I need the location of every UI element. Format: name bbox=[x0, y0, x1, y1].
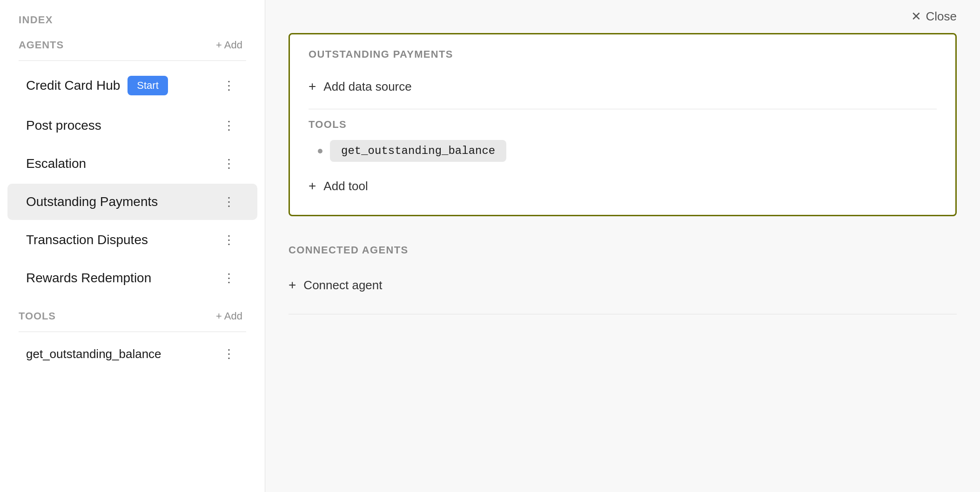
agent-name-transaction-disputes: Transaction Disputes bbox=[26, 233, 148, 247]
add-tool-label: Add tool bbox=[323, 179, 368, 193]
main-panel: ✕ Close OUTSTANDING PAYMENTS + Add data … bbox=[265, 0, 980, 492]
more-menu-outstanding-payments[interactable]: ⋮ bbox=[219, 194, 239, 210]
card-divider bbox=[309, 109, 937, 109]
connected-agents-title: CONNECTED AGENTS bbox=[289, 244, 957, 256]
more-menu-tool[interactable]: ⋮ bbox=[219, 346, 239, 362]
outstanding-payments-card: OUTSTANDING PAYMENTS + Add data source T… bbox=[289, 33, 957, 216]
tools-divider bbox=[19, 332, 246, 332]
panel-content: OUTSTANDING PAYMENTS + Add data source T… bbox=[265, 33, 980, 492]
panel-top-bar: ✕ Close bbox=[265, 0, 980, 33]
close-label: Close bbox=[926, 9, 957, 24]
add-data-source-label: Add data source bbox=[323, 80, 411, 94]
more-menu-escalation[interactable]: ⋮ bbox=[219, 156, 239, 172]
tool-badge: get_outstanding_balance bbox=[330, 140, 506, 162]
agent-list: Credit Card Hub Start ⋮ Post process ⋮ E… bbox=[0, 65, 265, 297]
add-tool-btn[interactable]: + Add tool bbox=[309, 171, 368, 201]
agent-name-credit-card-hub: Credit Card Hub bbox=[26, 78, 120, 93]
agents-section-header: AGENTS + Add bbox=[0, 37, 265, 60]
tools-label: TOOLS bbox=[19, 310, 56, 322]
agents-label: AGENTS bbox=[19, 39, 64, 51]
agent-name-outstanding-payments: Outstanding Payments bbox=[26, 194, 158, 209]
add-agent-button[interactable]: + Add bbox=[212, 37, 246, 53]
index-label: INDEX bbox=[0, 14, 265, 37]
add-tool-plus-icon: + bbox=[309, 179, 316, 193]
add-tool-button[interactable]: + Add bbox=[212, 308, 246, 324]
connect-agent-button[interactable]: + Connect agent bbox=[289, 270, 383, 300]
close-button[interactable]: ✕ Close bbox=[911, 9, 957, 24]
tools-section: TOOLS + Add get_outstanding_balance ⋮ bbox=[0, 308, 265, 372]
agent-item-rewards-redemption[interactable]: Rewards Redemption ⋮ bbox=[7, 260, 257, 296]
tool-item-get-outstanding-balance[interactable]: get_outstanding_balance ⋮ bbox=[7, 337, 257, 371]
agents-divider bbox=[19, 60, 246, 61]
more-menu-rewards-redemption[interactable]: ⋮ bbox=[219, 270, 239, 286]
sidebar: INDEX AGENTS + Add Credit Card Hub Start… bbox=[0, 0, 265, 492]
card-tools-label: TOOLS bbox=[309, 119, 937, 131]
more-menu-post-process[interactable]: ⋮ bbox=[219, 118, 239, 133]
agent-name-post-process: Post process bbox=[26, 118, 101, 133]
agent-item-escalation[interactable]: Escalation ⋮ bbox=[7, 146, 257, 182]
more-menu-credit-card-hub[interactable]: ⋮ bbox=[219, 78, 239, 93]
tools-section-header: TOOLS + Add bbox=[0, 308, 265, 332]
agent-item-credit-card-hub[interactable]: Credit Card Hub Start ⋮ bbox=[7, 66, 257, 106]
app-layout: INDEX AGENTS + Add Credit Card Hub Start… bbox=[0, 0, 980, 492]
tool-list: get_outstanding_balance ⋮ bbox=[0, 336, 265, 372]
tool-badge-row: get_outstanding_balance bbox=[309, 140, 937, 162]
agent-item-outstanding-payments[interactable]: Outstanding Payments ⋮ bbox=[7, 184, 257, 220]
agent-item-post-process[interactable]: Post process ⋮ bbox=[7, 107, 257, 144]
close-icon: ✕ bbox=[911, 9, 921, 24]
agent-name-rewards-redemption: Rewards Redemption bbox=[26, 271, 151, 286]
agent-item-transaction-disputes[interactable]: Transaction Disputes ⋮ bbox=[7, 222, 257, 258]
agent-name-escalation: Escalation bbox=[26, 156, 86, 171]
add-data-source-plus-icon: + bbox=[309, 79, 316, 94]
connect-agent-label: Connect agent bbox=[303, 278, 382, 293]
outstanding-payments-title: OUTSTANDING PAYMENTS bbox=[309, 48, 937, 60]
start-button-credit-card-hub[interactable]: Start bbox=[128, 76, 168, 95]
bottom-divider bbox=[289, 314, 957, 314]
connected-agents-section: CONNECTED AGENTS + Connect agent bbox=[289, 230, 957, 314]
connect-agent-plus-icon: + bbox=[289, 278, 296, 293]
add-data-source-button[interactable]: + Add data source bbox=[309, 72, 937, 101]
tool-name-get-outstanding-balance: get_outstanding_balance bbox=[26, 347, 161, 361]
tool-dot-icon bbox=[318, 149, 322, 153]
more-menu-transaction-disputes[interactable]: ⋮ bbox=[219, 232, 239, 248]
